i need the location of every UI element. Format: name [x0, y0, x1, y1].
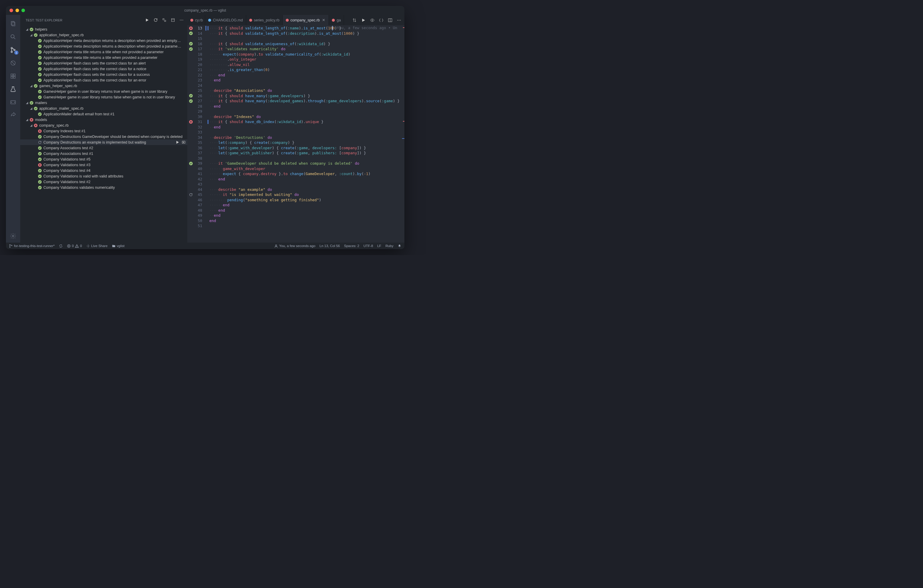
- tab[interactable]: cy.rb: [187, 15, 205, 25]
- tree-item[interactable]: Company Indexes test #1: [20, 128, 187, 134]
- svg-point-57: [400, 20, 401, 21]
- tab-bar: cy.rbCHANGELOG.mdseries_policy.rbcompany…: [187, 15, 404, 25]
- tree-item[interactable]: Company Destructions an example is imple…: [20, 140, 187, 145]
- svg-point-4: [11, 47, 13, 49]
- tree-item[interactable]: Company Validations test #4: [20, 168, 187, 173]
- compare-icon[interactable]: [352, 18, 357, 23]
- svg-point-67: [10, 247, 10, 247]
- svg-point-73: [77, 246, 77, 247]
- sidebar-title: TEST: TEST EXPLORER: [26, 18, 62, 22]
- refresh-icon[interactable]: [153, 18, 158, 22]
- collapse-icon[interactable]: [171, 18, 175, 22]
- svg-line-3: [14, 38, 15, 39]
- blame-annotation: You, a few seconds ago • Un: [337, 25, 397, 31]
- code-content[interactable]: ····it { should validate_length_of(:name…: [209, 25, 400, 243]
- tree-item[interactable]: ◢models: [20, 117, 187, 123]
- tree-item[interactable]: ApplicationHelper flash class sets the c…: [20, 77, 187, 83]
- svg-point-20: [180, 20, 181, 21]
- svg-rect-0: [11, 21, 14, 25]
- svg-point-15: [12, 235, 14, 237]
- debug-icon[interactable]: [6, 56, 20, 69]
- reveal-icon[interactable]: [370, 18, 374, 23]
- tree-item[interactable]: ApplicationHelper flash class sets the c…: [20, 60, 187, 66]
- tree-item[interactable]: Company Validations is valid with valid …: [20, 173, 187, 179]
- minimize-window-button[interactable]: [15, 8, 19, 12]
- source-control-badge: 1: [14, 51, 18, 55]
- svg-point-55: [397, 20, 398, 21]
- eol-item[interactable]: LF: [377, 244, 381, 248]
- maximize-window-button[interactable]: [21, 8, 25, 12]
- tree-item[interactable]: ApplicationHelper flash class sets the c…: [20, 66, 187, 72]
- explorer-icon[interactable]: [6, 17, 20, 30]
- close-icon[interactable]: ✕: [322, 18, 325, 22]
- settings-gear-icon[interactable]: [6, 230, 20, 243]
- run-icon[interactable]: [176, 140, 179, 144]
- sidebar-header: TEST: TEST EXPLORER: [20, 15, 187, 25]
- minimap[interactable]: [400, 25, 404, 243]
- tree-item[interactable]: ◢application_helper_spec.rb: [20, 32, 187, 38]
- search-icon[interactable]: [6, 30, 20, 43]
- sidebar: TEST: TEST EXPLORER ◢helpers◢application…: [20, 15, 187, 243]
- tree-item[interactable]: ApplicationHelper meta title returns a t…: [20, 49, 187, 55]
- run-all-icon[interactable]: [145, 18, 149, 22]
- tree-item[interactable]: ApplicationHelper flash class sets the c…: [20, 72, 187, 77]
- live-share-item[interactable]: Live Share: [86, 244, 108, 248]
- tree-item[interactable]: ApplicationHelper meta title returns a t…: [20, 55, 187, 60]
- language-item[interactable]: Ruby: [385, 244, 393, 248]
- svg-rect-9: [11, 74, 13, 76]
- svg-rect-16: [163, 19, 164, 20]
- tab[interactable]: company_spec.rb✕: [283, 15, 329, 25]
- tree-item[interactable]: ApplicationMailer default email from tes…: [20, 111, 187, 117]
- tab[interactable]: series_policy.rb: [246, 15, 283, 25]
- tree-item[interactable]: Company Validations test #5: [20, 156, 187, 162]
- expand-icon[interactable]: [162, 18, 166, 22]
- position-item[interactable]: Ln 13, Col 56: [320, 244, 340, 248]
- test-icon[interactable]: [6, 83, 20, 96]
- more-icon[interactable]: [397, 18, 401, 23]
- split-icon[interactable]: [388, 18, 393, 23]
- tree-item[interactable]: Company Validations test #3: [20, 162, 187, 168]
- run-icon[interactable]: [361, 18, 366, 23]
- tab[interactable]: CHANGELOG.md: [205, 15, 246, 25]
- tree-item[interactable]: ◢company_spec.rb: [20, 123, 187, 128]
- tree-item[interactable]: ApplicationHelper meta description retur…: [20, 43, 187, 49]
- svg-point-66: [10, 244, 10, 245]
- tree-item[interactable]: ◢mailers: [20, 100, 187, 105]
- close-window-button[interactable]: [10, 8, 13, 12]
- tree-item[interactable]: Company Associations test #1: [20, 151, 187, 156]
- problems-item[interactable]: 0 0: [67, 244, 82, 248]
- source-control-icon[interactable]: 1: [6, 43, 20, 56]
- test-tree[interactable]: ◢helpers◢application_helper_spec.rbAppli…: [20, 25, 187, 243]
- titlebar: company_spec.rb — vglist: [6, 6, 404, 15]
- line-numbers: 1314151617181920212223242526272829303132…: [194, 25, 206, 243]
- extensions-icon[interactable]: [6, 69, 20, 83]
- folder-item[interactable]: vglist: [112, 244, 125, 248]
- tree-item[interactable]: ApplicationHelper meta description retur…: [20, 38, 187, 43]
- more-icon[interactable]: [179, 18, 184, 22]
- tree-item[interactable]: Company Destructions GameDeveloper shoul…: [20, 134, 187, 140]
- tree-item[interactable]: Company Validations validates numericali…: [20, 185, 187, 190]
- spaces-item[interactable]: Spaces: 2: [344, 244, 359, 248]
- tree-item[interactable]: Company Validations test #2: [20, 179, 187, 185]
- tree-item[interactable]: Company Associations test #2: [20, 145, 187, 151]
- code-area[interactable]: 1314151617181920212223242526272829303132…: [187, 25, 404, 243]
- diff-icon[interactable]: [379, 18, 384, 23]
- remote-icon[interactable]: [6, 96, 20, 109]
- encoding-item[interactable]: UTF-8: [363, 244, 373, 248]
- debug-test-icon[interactable]: [182, 140, 186, 144]
- notifications-icon[interactable]: [397, 244, 401, 248]
- tree-item[interactable]: ◢application_mailer_spec.rb: [20, 105, 187, 111]
- tab[interactable]: ga: [329, 15, 344, 25]
- branch-item[interactable]: for-testing-this-test-runner*: [9, 244, 55, 248]
- tree-item[interactable]: GamesHelper game in user library returns…: [20, 89, 187, 94]
- share-icon[interactable]: [6, 109, 20, 122]
- tree-item[interactable]: ◢helpers: [20, 26, 187, 32]
- blame-item[interactable]: You, a few seconds ago: [274, 244, 315, 248]
- tree-item[interactable]: GamesHelper game in user library returns…: [20, 94, 187, 100]
- svg-rect-18: [172, 19, 174, 22]
- svg-point-21: [181, 20, 182, 21]
- svg-point-52: [372, 20, 373, 21]
- tree-item[interactable]: ◢games_helper_spec.rb: [20, 83, 187, 89]
- svg-rect-12: [13, 76, 15, 78]
- sync-item[interactable]: [59, 244, 63, 248]
